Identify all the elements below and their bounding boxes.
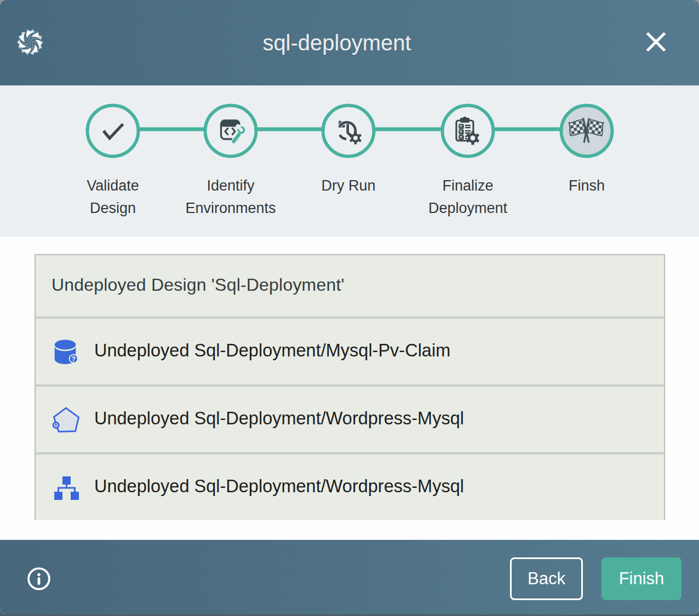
svg-text:?: ? [71,355,76,363]
